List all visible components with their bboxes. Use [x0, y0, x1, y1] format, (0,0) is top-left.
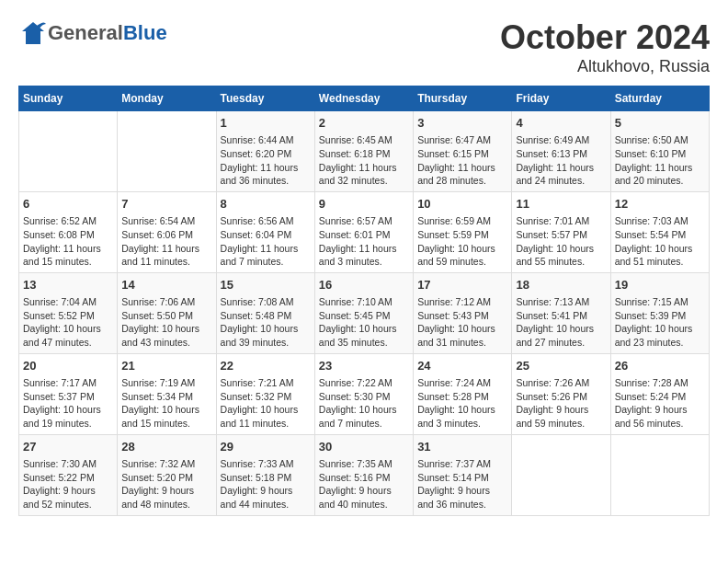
day-number: 5 — [615, 115, 705, 132]
day-info: Sunrise: 7:28 AM Sunset: 5:24 PM Dayligh… — [615, 376, 705, 431]
day-info: Sunrise: 7:21 AM Sunset: 5:32 PM Dayligh… — [221, 376, 311, 431]
calendar-cell: 20Sunrise: 7:17 AM Sunset: 5:37 PM Dayli… — [19, 353, 118, 434]
logo-general-text: General — [48, 21, 123, 44]
calendar-cell: 3Sunrise: 6:47 AM Sunset: 6:15 PM Daylig… — [414, 111, 512, 192]
calendar-cell: 12Sunrise: 7:03 AM Sunset: 5:54 PM Dayli… — [610, 191, 709, 272]
day-info: Sunrise: 7:04 AM Sunset: 5:52 PM Dayligh… — [23, 295, 113, 350]
logo: GeneralBlue — [18, 18, 167, 48]
calendar-cell: 2Sunrise: 6:45 AM Sunset: 6:18 PM Daylig… — [314, 111, 413, 192]
day-info: Sunrise: 7:32 AM Sunset: 5:20 PM Dayligh… — [121, 457, 211, 511]
header: GeneralBlue October 2024 Altukhovo, Russ… — [18, 18, 710, 76]
calendar-cell: 16Sunrise: 7:10 AM Sunset: 5:45 PM Dayli… — [314, 272, 413, 353]
day-number: 14 — [121, 277, 211, 293]
calendar-cell: 17Sunrise: 7:12 AM Sunset: 5:43 PM Dayli… — [414, 272, 512, 353]
day-number: 31 — [417, 439, 507, 455]
calendar-cell: 30Sunrise: 7:35 AM Sunset: 5:16 PM Dayli… — [314, 434, 413, 515]
calendar-cell: 1Sunrise: 6:44 AM Sunset: 6:20 PM Daylig… — [216, 111, 314, 192]
calendar-cell: 27Sunrise: 7:30 AM Sunset: 5:22 PM Dayli… — [19, 434, 118, 515]
calendar-cell: 4Sunrise: 6:49 AM Sunset: 6:13 PM Daylig… — [512, 111, 610, 192]
day-number: 26 — [615, 358, 705, 374]
day-number: 11 — [516, 196, 606, 213]
calendar-header-sunday: Sunday — [19, 86, 118, 111]
day-info: Sunrise: 7:08 AM Sunset: 5:48 PM Dayligh… — [221, 295, 311, 350]
day-info: Sunrise: 7:35 AM Sunset: 5:16 PM Dayligh… — [319, 457, 409, 511]
day-info: Sunrise: 6:50 AM Sunset: 6:10 PM Dayligh… — [615, 133, 705, 188]
calendar-cell: 7Sunrise: 6:54 AM Sunset: 6:06 PM Daylig… — [118, 191, 216, 272]
calendar-cell: 8Sunrise: 6:56 AM Sunset: 6:04 PM Daylig… — [216, 191, 314, 272]
calendar-cell: 14Sunrise: 7:06 AM Sunset: 5:50 PM Dayli… — [118, 272, 216, 353]
day-number: 13 — [23, 277, 113, 293]
day-info: Sunrise: 7:03 AM Sunset: 5:54 PM Dayligh… — [615, 214, 705, 269]
day-info: Sunrise: 6:52 AM Sunset: 6:08 PM Dayligh… — [23, 214, 113, 269]
logo-blue-text: Blue — [123, 21, 167, 44]
calendar-cell: 18Sunrise: 7:13 AM Sunset: 5:41 PM Dayli… — [512, 272, 610, 353]
day-info: Sunrise: 7:13 AM Sunset: 5:41 PM Dayligh… — [516, 295, 606, 350]
calendar-cell: 15Sunrise: 7:08 AM Sunset: 5:48 PM Dayli… — [216, 272, 314, 353]
day-info: Sunrise: 6:59 AM Sunset: 5:59 PM Dayligh… — [417, 214, 507, 269]
day-info: Sunrise: 7:19 AM Sunset: 5:34 PM Dayligh… — [121, 376, 211, 431]
day-info: Sunrise: 6:47 AM Sunset: 6:15 PM Dayligh… — [417, 133, 507, 188]
calendar-header-wednesday: Wednesday — [314, 86, 413, 111]
day-number: 1 — [221, 115, 311, 132]
day-info: Sunrise: 7:10 AM Sunset: 5:45 PM Dayligh… — [319, 295, 409, 350]
day-number: 28 — [121, 439, 211, 455]
day-number: 21 — [121, 358, 211, 374]
day-number: 8 — [221, 196, 311, 213]
calendar-cell: 23Sunrise: 7:22 AM Sunset: 5:30 PM Dayli… — [314, 353, 413, 434]
day-number: 2 — [319, 115, 409, 132]
day-info: Sunrise: 7:01 AM Sunset: 5:57 PM Dayligh… — [516, 214, 606, 269]
day-number: 22 — [221, 358, 311, 374]
title-block: October 2024 Altukhovo, Russia — [500, 18, 710, 76]
day-number: 23 — [319, 358, 409, 374]
day-number: 16 — [319, 277, 409, 293]
day-info: Sunrise: 7:12 AM Sunset: 5:43 PM Dayligh… — [417, 295, 507, 350]
calendar-cell: 19Sunrise: 7:15 AM Sunset: 5:39 PM Dayli… — [610, 272, 709, 353]
day-number: 10 — [417, 196, 507, 213]
day-number: 7 — [121, 196, 211, 213]
day-number: 27 — [23, 439, 113, 455]
calendar-week-row: 1Sunrise: 6:44 AM Sunset: 6:20 PM Daylig… — [19, 111, 710, 192]
calendar-cell: 28Sunrise: 7:32 AM Sunset: 5:20 PM Dayli… — [118, 434, 216, 515]
day-number: 25 — [516, 358, 606, 374]
day-number: 9 — [319, 196, 409, 213]
day-info: Sunrise: 7:37 AM Sunset: 5:14 PM Dayligh… — [417, 457, 507, 511]
calendar-header-row: SundayMondayTuesdayWednesdayThursdayFrid… — [19, 86, 710, 111]
calendar-header-monday: Monday — [118, 86, 216, 111]
day-number: 19 — [615, 277, 705, 293]
day-number: 18 — [516, 277, 606, 293]
calendar-week-row: 27Sunrise: 7:30 AM Sunset: 5:22 PM Dayli… — [19, 434, 710, 515]
calendar-cell: 13Sunrise: 7:04 AM Sunset: 5:52 PM Dayli… — [19, 272, 118, 353]
day-number: 17 — [417, 277, 507, 293]
day-number: 4 — [516, 115, 606, 132]
day-info: Sunrise: 6:45 AM Sunset: 6:18 PM Dayligh… — [319, 133, 409, 188]
day-info: Sunrise: 7:06 AM Sunset: 5:50 PM Dayligh… — [121, 295, 211, 350]
calendar-header-tuesday: Tuesday — [216, 86, 314, 111]
calendar-cell: 26Sunrise: 7:28 AM Sunset: 5:24 PM Dayli… — [610, 353, 709, 434]
day-info: Sunrise: 7:33 AM Sunset: 5:18 PM Dayligh… — [221, 457, 311, 511]
calendar-table: SundayMondayTuesdayWednesdayThursdayFrid… — [18, 86, 710, 516]
day-info: Sunrise: 6:54 AM Sunset: 6:06 PM Dayligh… — [121, 214, 211, 269]
calendar-cell — [610, 434, 709, 515]
calendar-cell: 6Sunrise: 6:52 AM Sunset: 6:08 PM Daylig… — [19, 191, 118, 272]
day-number: 24 — [417, 358, 507, 374]
page-subtitle: Altukhovo, Russia — [500, 57, 710, 76]
day-info: Sunrise: 6:49 AM Sunset: 6:13 PM Dayligh… — [516, 133, 606, 188]
calendar-week-row: 6Sunrise: 6:52 AM Sunset: 6:08 PM Daylig… — [19, 191, 710, 272]
calendar-header-friday: Friday — [512, 86, 610, 111]
day-number: 20 — [23, 358, 113, 374]
day-info: Sunrise: 6:44 AM Sunset: 6:20 PM Dayligh… — [221, 133, 311, 188]
day-number: 3 — [417, 115, 507, 132]
calendar-week-row: 20Sunrise: 7:17 AM Sunset: 5:37 PM Dayli… — [19, 353, 710, 434]
calendar-cell: 5Sunrise: 6:50 AM Sunset: 6:10 PM Daylig… — [610, 111, 709, 192]
calendar-cell: 25Sunrise: 7:26 AM Sunset: 5:26 PM Dayli… — [512, 353, 610, 434]
day-info: Sunrise: 7:17 AM Sunset: 5:37 PM Dayligh… — [23, 376, 113, 431]
calendar-cell: 31Sunrise: 7:37 AM Sunset: 5:14 PM Dayli… — [414, 434, 512, 515]
day-info: Sunrise: 7:26 AM Sunset: 5:26 PM Dayligh… — [516, 376, 606, 431]
day-number: 30 — [319, 439, 409, 455]
day-number: 12 — [615, 196, 705, 213]
day-info: Sunrise: 7:30 AM Sunset: 5:22 PM Dayligh… — [23, 457, 113, 511]
day-number: 6 — [23, 196, 113, 213]
day-info: Sunrise: 7:24 AM Sunset: 5:28 PM Dayligh… — [417, 376, 507, 431]
logo-icon — [18, 18, 48, 48]
day-info: Sunrise: 6:57 AM Sunset: 6:01 PM Dayligh… — [319, 214, 409, 269]
